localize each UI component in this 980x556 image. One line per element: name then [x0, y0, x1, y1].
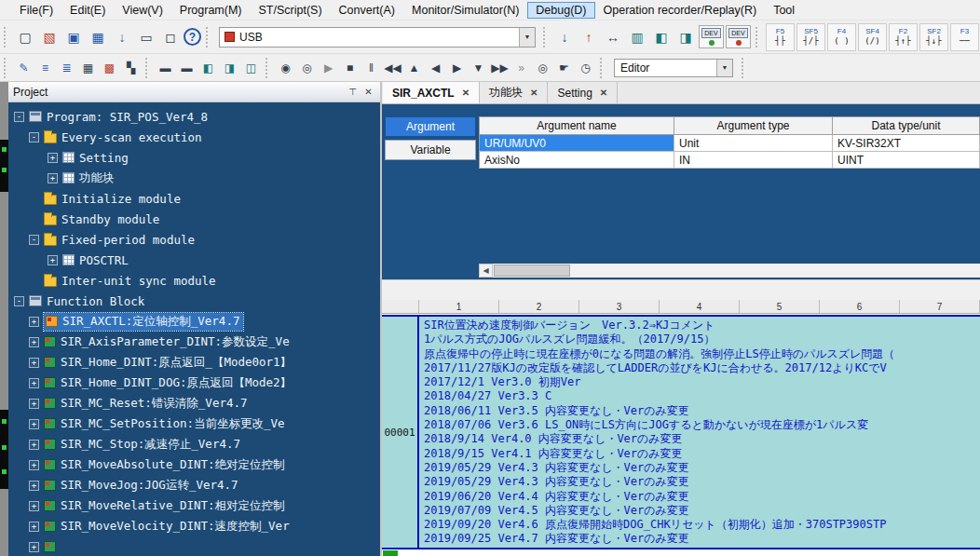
- toolbar-gripper[interactable]: [600, 58, 606, 78]
- fkey-coil-neg[interactable]: SF4 (/): [858, 23, 887, 51]
- skip-to-end-icon[interactable]: ▶▶: [490, 58, 510, 77]
- expander-icon[interactable]: +: [29, 460, 39, 470]
- tree-item-sir-mc-reset[interactable]: + SIR_MC_Reset:错误清除_Ver4.7: [8, 393, 380, 414]
- tree-item-every-scan[interactable]: - Every-scan execution: [8, 127, 380, 147]
- tree-item-initialize-module[interactable]: Initialize module: [8, 188, 380, 209]
- toolbar-gripper[interactable]: [4, 58, 9, 78]
- expander-icon[interactable]: +: [29, 358, 39, 368]
- tree-item-fixed-period-module[interactable]: - Fixed-period module: [8, 229, 380, 250]
- fkey-falling-edge[interactable]: SF2 ┤↓├: [919, 23, 948, 51]
- close-icon[interactable]: ✕: [600, 88, 607, 98]
- ladder-grid-red-icon[interactable]: ▩: [100, 58, 119, 77]
- list-edit-icon[interactable]: ≡: [35, 58, 55, 77]
- tree-item-partial[interactable]: +: [8, 536, 380, 556]
- fkey-contact-open[interactable]: F5 ┤├: [766, 23, 795, 51]
- menu-monitor-simulator[interactable]: Monitor/Simulator(N): [403, 2, 527, 19]
- play-icon[interactable]: ▶: [319, 58, 338, 77]
- list-insert-icon[interactable]: ≣: [57, 58, 76, 77]
- tree-item-program[interactable]: - Program: SIR_POS_Ver4_8: [8, 106, 380, 127]
- cell-data-type[interactable]: UINT: [833, 152, 980, 169]
- stamp-icon[interactable]: ▚: [121, 58, 141, 77]
- menu-debug[interactable]: Debug(D): [527, 2, 594, 19]
- transfer-from-plc-icon[interactable]: ↑: [578, 26, 600, 48]
- expander-icon[interactable]: +: [29, 378, 39, 388]
- save-project-icon[interactable]: ▣: [62, 26, 85, 48]
- cell-argument-name[interactable]: UR/UM/UV0: [479, 135, 674, 152]
- stop-icon[interactable]: ■: [340, 58, 360, 77]
- step-down-icon[interactable]: ▼: [469, 58, 488, 77]
- close-icon[interactable]: ✕: [361, 85, 375, 99]
- tree-item-sir-moverelative[interactable]: + SIR_MoveRelative_DINT:相对定位控制: [8, 495, 380, 516]
- toolbar-gripper[interactable]: [206, 27, 211, 47]
- cell-data-type[interactable]: KV-SIR32XT: [833, 135, 980, 152]
- print-icon[interactable]: ▭: [135, 26, 157, 48]
- new-file-icon[interactable]: ▢: [14, 26, 36, 48]
- skip-to-start-icon[interactable]: ◀◀: [383, 58, 402, 77]
- expander-icon[interactable]: +: [48, 255, 58, 265]
- pane-splitter[interactable]: [382, 279, 980, 300]
- expander-icon[interactable]: -: [14, 296, 24, 306]
- chevron-down-icon[interactable]: ▼: [716, 60, 732, 76]
- menu-st-script[interactable]: ST/Script(S): [251, 2, 331, 19]
- tree-item-inter-unit-sync[interactable]: Inter-unit sync module: [8, 270, 380, 291]
- toolbar-gripper[interactable]: [543, 27, 549, 47]
- open-project-icon[interactable]: ▧: [38, 26, 61, 48]
- pause-icon[interactable]: ‖: [361, 58, 381, 77]
- scrollbar-thumb[interactable]: [494, 264, 570, 277]
- expander-icon[interactable]: +: [29, 337, 39, 347]
- tree-item-sir-axisparameter[interactable]: + SIR_AxisParameter_DINT:参数设定_Ve: [8, 332, 380, 352]
- print-preview-icon[interactable]: ◻: [159, 26, 182, 48]
- import-icon[interactable]: ↓: [111, 26, 133, 48]
- rung-comment-block[interactable]: 00001 SIR位置決め速度制御バージョン Ver.3.2⇒KJコメント 1パ…: [382, 315, 980, 549]
- monitor-stop-icon[interactable]: ◎: [297, 58, 317, 77]
- toolbar-gripper[interactable]: [742, 58, 747, 78]
- expander-icon[interactable]: +: [29, 481, 39, 491]
- tab-setting[interactable]: Setting ✕: [548, 82, 618, 103]
- registration-monitor-icon[interactable]: ◫: [241, 58, 261, 77]
- comm-port-combobox[interactable]: USB ▼: [219, 27, 536, 47]
- device-monitor-button[interactable]: DEV: [699, 25, 724, 48]
- save-as-icon[interactable]: ▦: [87, 26, 109, 48]
- expander-icon[interactable]: -: [29, 235, 39, 245]
- step-up-icon[interactable]: ▲: [404, 58, 424, 77]
- hand-tool-icon[interactable]: ☛: [554, 58, 574, 77]
- expander-icon[interactable]: +: [29, 542, 39, 552]
- device-monitor-icon[interactable]: ◨: [220, 58, 239, 77]
- fkey-contact-closed[interactable]: SF5 ┤/├: [796, 23, 825, 51]
- toolbar-gripper[interactable]: [4, 27, 9, 47]
- unit-monitor-icon[interactable]: ◧: [198, 58, 218, 77]
- toolbar-gripper[interactable]: [145, 58, 151, 78]
- simulator-icon[interactable]: ◨: [674, 26, 697, 48]
- scroll-left-icon[interactable]: ◀: [479, 264, 493, 278]
- menu-program[interactable]: Program(M): [171, 2, 251, 19]
- horizontal-scrollbar[interactable]: ◀: [479, 264, 980, 278]
- tab-variable[interactable]: Variable: [385, 140, 476, 160]
- expander-icon[interactable]: +: [29, 440, 39, 450]
- close-icon[interactable]: ✕: [530, 88, 538, 98]
- step-back-icon[interactable]: ◀: [426, 58, 445, 77]
- edit-mode-icon[interactable]: ✎: [14, 58, 34, 77]
- expander-icon[interactable]: +: [29, 317, 39, 327]
- tree-item-function-block-group[interactable]: - Function Block: [8, 291, 380, 311]
- expander-icon[interactable]: +: [29, 501, 39, 511]
- tree-item-sir-moveabsolute[interactable]: + SIR_MoveAbsolute_DINT:绝对定位控制: [8, 454, 380, 475]
- expander-icon[interactable]: +: [48, 173, 58, 183]
- device-monitor-button-2[interactable]: DEV: [726, 25, 751, 48]
- menu-operation-recorder[interactable]: Operation recorder/Replay(R): [595, 2, 766, 19]
- breakpoint-icon[interactable]: ◎: [533, 58, 552, 77]
- help-icon[interactable]: ?: [184, 28, 201, 46]
- editor-mode-combobox[interactable]: Editor ▼: [614, 59, 733, 77]
- pin-icon[interactable]: ⊤: [346, 85, 360, 99]
- expander-icon[interactable]: +: [29, 399, 39, 409]
- clear-plc-icon[interactable]: ▥: [626, 26, 648, 48]
- fkey-coil[interactable]: F4 ( ): [827, 23, 856, 51]
- expander-icon[interactable]: +: [29, 522, 39, 532]
- close-icon[interactable]: ✕: [462, 88, 470, 98]
- toolbar-gripper[interactable]: [755, 27, 761, 47]
- cell-argument-type[interactable]: Unit: [674, 135, 833, 152]
- monitor-start-icon[interactable]: ◉: [276, 58, 295, 77]
- screen-b-icon[interactable]: ▬: [177, 58, 197, 77]
- tab-sir-axctl[interactable]: SIR_AXCTL ✕: [383, 82, 480, 103]
- tree-item-sir-mc-setposition[interactable]: + SIR_MC_SetPosition:当前坐标更改_Ve: [8, 414, 380, 434]
- tree-item-setting[interactable]: + Setting: [8, 147, 380, 168]
